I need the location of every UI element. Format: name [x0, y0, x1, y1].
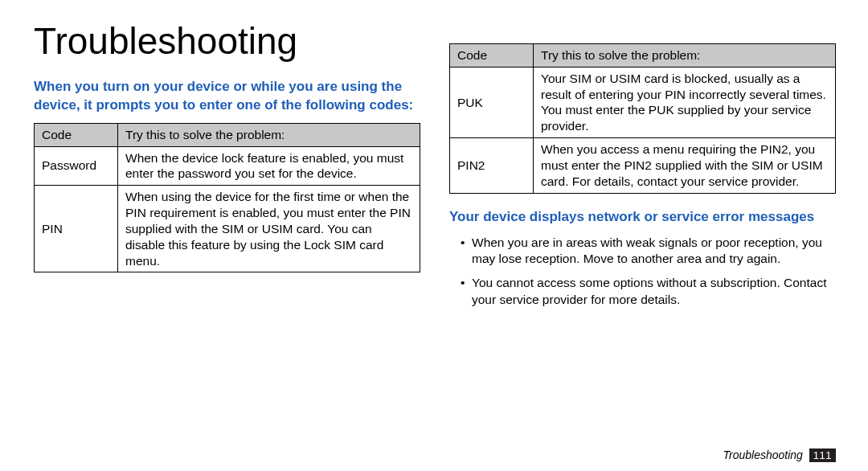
cell-text: When you access a menu requiring the PIN… — [534, 138, 836, 193]
th-solve: Try this to solve the problem: — [118, 123, 420, 146]
table-row: PUK Your SIM or USIM card is blocked, us… — [450, 67, 836, 137]
left-column: Troubleshooting When you turn on your de… — [34, 14, 435, 471]
codes-table-right: Code Try this to solve the problem: PUK … — [449, 43, 836, 194]
page: Troubleshooting When you turn on your de… — [0, 0, 868, 471]
section-heading-codes: When you turn on your device or while yo… — [34, 78, 420, 115]
th-code: Code — [450, 44, 534, 68]
cell-text: Your SIM or USIM card is blocked, usuall… — [534, 67, 836, 137]
cell-code: Password — [35, 146, 118, 186]
table-row: PIN2 When you access a menu requiring th… — [450, 138, 836, 193]
table-row: PIN When using the device for the ﬁrst t… — [35, 186, 420, 272]
cell-text: When the device lock feature is enabled,… — [118, 146, 420, 186]
page-title: Troubleshooting — [34, 18, 420, 65]
section-heading-network: Your device displays network or service … — [449, 208, 836, 227]
bullet-list: When you are in areas with weak signals … — [449, 235, 836, 309]
th-solve: Try this to solve the problem: — [534, 44, 836, 68]
cell-code: PIN2 — [450, 138, 534, 193]
th-code: Code — [35, 123, 118, 146]
footer-section-name: Troubleshooting — [723, 448, 803, 461]
table-header-row: Code Try this to solve the problem: — [35, 123, 420, 146]
table-header-row: Code Try this to solve the problem: — [450, 44, 836, 68]
cell-text: When using the device for the ﬁrst time … — [118, 186, 420, 272]
table-row: Password When the device lock feature is… — [35, 146, 420, 186]
footer-page-number: 111 — [809, 448, 836, 462]
cell-code: PIN — [35, 186, 118, 272]
page-footer: Troubleshooting 111 — [723, 448, 836, 463]
right-column: Code Try this to solve the problem: PUK … — [435, 14, 836, 471]
codes-table-left: Code Try this to solve the problem: Pass… — [34, 123, 420, 273]
list-item: You cannot access some options without a… — [461, 275, 836, 308]
list-item: When you are in areas with weak signals … — [461, 235, 836, 268]
cell-code: PUK — [450, 67, 534, 137]
